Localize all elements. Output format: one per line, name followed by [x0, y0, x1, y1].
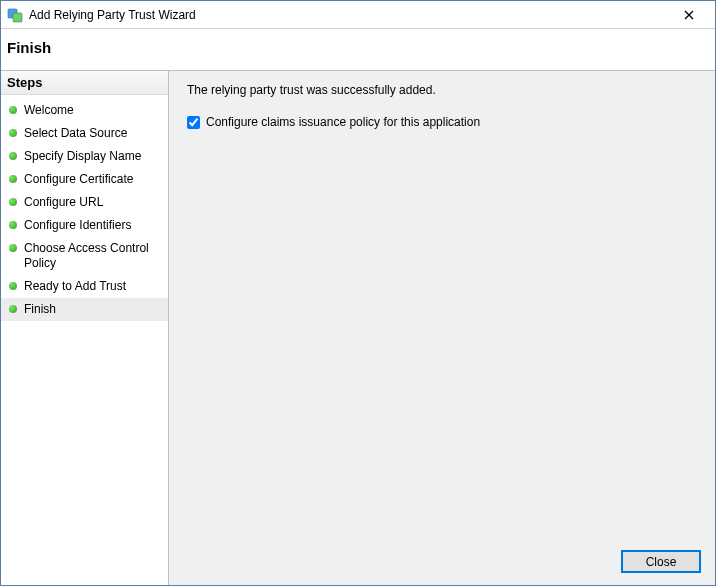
- step-specify-display-name[interactable]: Specify Display Name: [1, 145, 168, 168]
- step-choose-access-control-policy[interactable]: Choose Access Control Policy: [1, 237, 168, 275]
- step-bullet-icon: [9, 221, 17, 229]
- step-welcome[interactable]: Welcome: [1, 99, 168, 122]
- step-ready-to-add-trust[interactable]: Ready to Add Trust: [1, 275, 168, 298]
- step-label: Specify Display Name: [24, 149, 141, 164]
- step-list: Welcome Select Data Source Specify Displ…: [1, 95, 168, 325]
- step-bullet-icon: [9, 106, 17, 114]
- close-icon: [684, 10, 694, 20]
- steps-heading: Steps: [1, 71, 168, 95]
- step-configure-certificate[interactable]: Configure Certificate: [1, 168, 168, 191]
- page-title: Finish: [7, 39, 709, 56]
- button-row: Close: [169, 540, 715, 585]
- step-label: Choose Access Control Policy: [24, 241, 162, 271]
- close-button[interactable]: Close: [621, 550, 701, 573]
- content-pane: The relying party trust was successfully…: [169, 71, 715, 585]
- step-configure-url[interactable]: Configure URL: [1, 191, 168, 214]
- steps-sidebar: Steps Welcome Select Data Source Specify…: [1, 71, 169, 585]
- step-bullet-icon: [9, 175, 17, 183]
- success-message: The relying party trust was successfully…: [187, 83, 697, 97]
- page-header: Finish: [1, 29, 715, 71]
- step-bullet-icon: [9, 152, 17, 160]
- configure-claims-checkbox[interactable]: [187, 116, 200, 129]
- window-title: Add Relying Party Trust Wizard: [29, 8, 669, 22]
- step-label: Select Data Source: [24, 126, 127, 141]
- step-bullet-icon: [9, 305, 17, 313]
- titlebar: Add Relying Party Trust Wizard: [1, 1, 715, 29]
- step-bullet-icon: [9, 282, 17, 290]
- step-bullet-icon: [9, 244, 17, 252]
- configure-claims-label: Configure claims issuance policy for thi…: [206, 115, 480, 129]
- step-label: Configure URL: [24, 195, 103, 210]
- step-bullet-icon: [9, 129, 17, 137]
- step-label: Welcome: [24, 103, 74, 118]
- svg-rect-1: [13, 13, 22, 22]
- step-label: Configure Identifiers: [24, 218, 131, 233]
- step-label: Finish: [24, 302, 56, 317]
- step-configure-identifiers[interactable]: Configure Identifiers: [1, 214, 168, 237]
- body: Steps Welcome Select Data Source Specify…: [1, 71, 715, 585]
- wizard-window: Add Relying Party Trust Wizard Finish St…: [0, 0, 716, 586]
- window-close-button[interactable]: [669, 1, 709, 28]
- step-label: Ready to Add Trust: [24, 279, 126, 294]
- step-finish[interactable]: Finish: [1, 298, 168, 321]
- configure-claims-checkbox-row[interactable]: Configure claims issuance policy for thi…: [187, 115, 697, 129]
- step-select-data-source[interactable]: Select Data Source: [1, 122, 168, 145]
- app-icon: [7, 7, 23, 23]
- content-inner: The relying party trust was successfully…: [169, 71, 715, 540]
- step-bullet-icon: [9, 198, 17, 206]
- step-label: Configure Certificate: [24, 172, 133, 187]
